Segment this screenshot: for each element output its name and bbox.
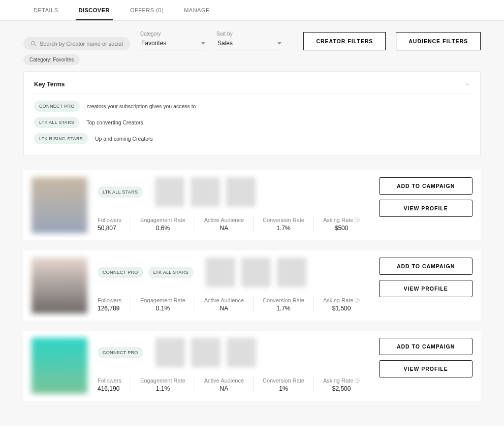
stat-label: Conversion Rate (263, 217, 304, 223)
content-thumbnail[interactable] (226, 177, 256, 207)
content-thumbnail[interactable] (191, 338, 220, 367)
sort-select[interactable]: Sort by Sales (216, 31, 282, 50)
stat-label: Conversion Rate (263, 377, 304, 384)
stat-value: $2,500 (323, 385, 360, 392)
card-main: LTK ALL STARSFollowers50,807Engagement R… (98, 177, 369, 233)
content-thumbnail[interactable] (227, 338, 256, 367)
add-to-campaign-button[interactable]: ADD TO CAMPAIGN (379, 177, 472, 195)
creator-badge: LTK ALL STARS (148, 267, 194, 278)
tab-details[interactable]: DETAILS (30, 0, 61, 20)
creator-badge: CONNECT PRO (98, 347, 143, 358)
stat-label: Active Audience (204, 297, 244, 303)
stat-followers: Followers416,190 (98, 376, 131, 393)
stat-asking: Asking Rate?$2,500 (314, 376, 369, 393)
tab-manage[interactable]: MANAGE (181, 0, 213, 20)
stat-value: NA (204, 225, 244, 232)
stat-value: 50,807 (98, 225, 121, 232)
sort-value: Sales (217, 40, 233, 47)
content-thumbnail[interactable] (241, 258, 271, 287)
thumbnail-row (155, 338, 256, 367)
category-value: Favorites (141, 40, 166, 47)
stat-value: 1.7% (263, 225, 304, 232)
chevron-up-icon[interactable] (465, 82, 470, 87)
term-badge: LTK ALL STARS (34, 117, 79, 128)
creator-card: CONNECT PROFollowers416,190Engagement Ra… (23, 331, 481, 401)
creator-avatar[interactable] (32, 258, 87, 313)
term-row: LTK ALL STARS Top converting Creators (34, 117, 470, 128)
stat-asking: Asking Rate?$1,500 (314, 296, 369, 313)
term-badge: LTK RISING STARS (34, 133, 88, 144)
view-profile-button[interactable]: VIEW PROFILE (379, 360, 472, 377)
creator-filters-button[interactable]: CREATOR FILTERS (303, 32, 386, 50)
stat-asking: Asking Rate?$500 (314, 216, 369, 233)
tab-bar: DETAILS DISCOVER OFFERS (0) MANAGE (0, 0, 504, 21)
stat-conversion: Conversion Rate1.7% (254, 296, 314, 313)
caret-down-icon (201, 42, 205, 45)
stat-conversion: Conversion Rate1% (254, 376, 314, 393)
svg-point-0 (32, 42, 35, 45)
stat-label: Engagement Rate (140, 217, 185, 223)
stat-value: 1% (263, 385, 304, 392)
search-icon (30, 41, 37, 47)
stat-value: 0.6% (140, 225, 185, 232)
stat-value: 1.1% (140, 385, 185, 392)
add-to-campaign-button[interactable]: ADD TO CAMPAIGN (379, 338, 472, 355)
creator-avatar[interactable] (32, 177, 87, 233)
key-terms-panel: Key Terms CONNECT PRO creators your subs… (23, 71, 481, 156)
sort-label: Sort by (216, 31, 282, 37)
term-desc: creators your subscription gives you acc… (87, 103, 196, 109)
caret-down-icon (277, 42, 281, 45)
stats-row: Followers416,190Engagement Rate1.1%Activ… (98, 376, 369, 393)
content-thumbnail[interactable] (277, 258, 306, 287)
stat-label: Active Audience (204, 377, 244, 384)
term-row: CONNECT PRO creators your subscription g… (34, 101, 470, 112)
content-thumbnail[interactable] (191, 177, 220, 207)
stat-value: 126,789 (98, 305, 121, 312)
stat-label: Asking Rate? (323, 297, 360, 303)
tab-discover[interactable]: DISCOVER (76, 0, 113, 20)
creator-badge: LTK ALL STARS (98, 186, 143, 198)
card-main: CONNECT PROLTK ALL STARSFollowers126,789… (98, 258, 369, 313)
stat-label: Engagement Rate (140, 297, 185, 303)
search-box[interactable] (23, 37, 130, 50)
content-thumbnail[interactable] (155, 338, 185, 367)
stat-engagement: Engagement Rate1.1% (131, 376, 195, 393)
stat-label: Followers (98, 217, 121, 223)
help-icon[interactable]: ? (355, 217, 360, 223)
stat-label: Asking Rate? (323, 217, 360, 223)
help-icon[interactable]: ? (355, 378, 360, 383)
creator-card: LTK ALL STARSFollowers50,807Engagement R… (23, 170, 481, 240)
thumbnail-row (206, 258, 306, 287)
help-icon[interactable]: ? (355, 298, 360, 303)
search-input[interactable] (40, 41, 123, 47)
card-actions: ADD TO CAMPAIGNVIEW PROFILE (379, 177, 472, 233)
view-profile-button[interactable]: VIEW PROFILE (379, 200, 472, 217)
card-actions: ADD TO CAMPAIGNVIEW PROFILE (379, 258, 472, 313)
category-select[interactable]: Category Favorites (140, 31, 206, 50)
content-thumbnail[interactable] (206, 258, 235, 287)
tab-offers[interactable]: OFFERS (0) (127, 0, 167, 20)
stat-value: NA (204, 305, 244, 312)
stat-label: Followers (98, 377, 121, 384)
stat-conversion: Conversion Rate1.7% (254, 216, 314, 233)
creator-badge: CONNECT PRO (98, 267, 143, 278)
term-badge: CONNECT PRO (34, 101, 80, 112)
badge-row: CONNECT PROLTK ALL STARS (98, 262, 194, 282)
stat-label: Conversion Rate (263, 297, 304, 303)
content-thumbnail[interactable] (155, 177, 184, 207)
stat-label: Active Audience (204, 217, 244, 223)
add-to-campaign-button[interactable]: ADD TO CAMPAIGN (379, 258, 472, 275)
stat-engagement: Engagement Rate0.6% (131, 216, 195, 233)
stat-value: $500 (323, 225, 360, 232)
audience-filters-button[interactable]: AUDIENCE FILTERS (396, 32, 481, 50)
view-profile-button[interactable]: VIEW PROFILE (379, 280, 472, 297)
creator-avatar[interactable] (32, 338, 87, 394)
filter-chip-category[interactable]: Category: Favorites (23, 54, 80, 65)
stat-value: $1,500 (323, 305, 360, 312)
stat-value: 0.1% (140, 305, 185, 312)
card-actions: ADD TO CAMPAIGNVIEW PROFILE (379, 338, 472, 394)
stats-row: Followers126,789Engagement Rate0.1%Activ… (98, 296, 369, 313)
term-row: LTK RISING STARS Up and coming Creators (34, 133, 470, 144)
stat-audience: Active AudienceNA (195, 216, 254, 233)
stat-label: Asking Rate? (323, 377, 360, 384)
